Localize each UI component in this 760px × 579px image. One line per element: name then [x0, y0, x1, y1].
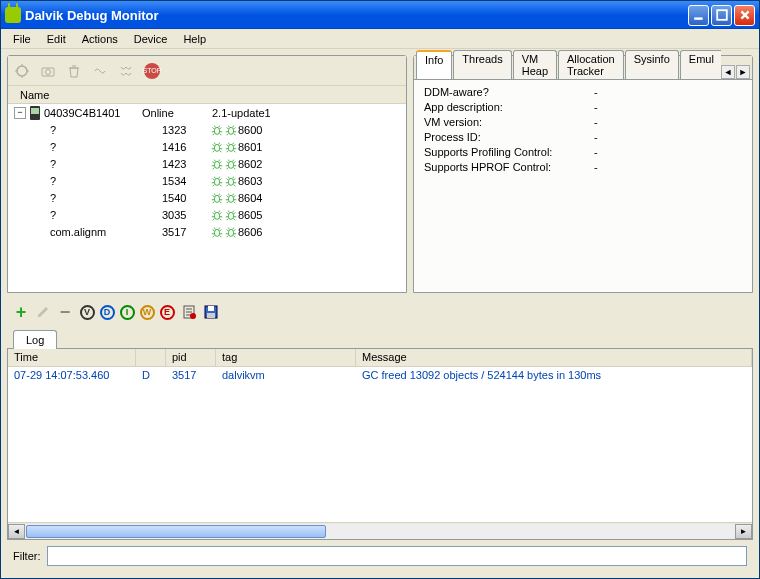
proc-port: 8601: [238, 141, 288, 153]
info-val: -: [594, 146, 598, 161]
filter-row: Filter:: [7, 540, 753, 572]
camera-icon[interactable]: [40, 63, 56, 79]
debug-icon[interactable]: [14, 63, 30, 79]
minimize-button[interactable]: [688, 5, 709, 26]
scroll-left-icon[interactable]: ◄: [8, 524, 25, 539]
app-icon: [5, 7, 21, 23]
log-panel: Time pid tag Message 07-29 14:07:53.460D…: [7, 348, 753, 540]
proc-port: 8604: [238, 192, 288, 204]
heap-icon[interactable]: [118, 63, 134, 79]
process-row[interactable]: ?14168601: [8, 138, 406, 155]
menu-edit[interactable]: Edit: [39, 31, 74, 47]
proc-pid: 3035: [162, 209, 210, 221]
process-row[interactable]: ?15408604: [8, 189, 406, 206]
tab-scroll-right-icon[interactable]: ►: [736, 65, 750, 79]
tab-vm-heap[interactable]: VM Heap: [513, 50, 557, 79]
svg-point-14: [228, 195, 233, 202]
remove-filter-icon[interactable]: −: [57, 304, 73, 320]
svg-point-17: [214, 229, 219, 236]
menu-help[interactable]: Help: [175, 31, 214, 47]
titlebar[interactable]: Dalvik Debug Monitor: [1, 1, 759, 29]
level-d-icon[interactable]: D: [99, 304, 115, 320]
col-message[interactable]: Message: [356, 349, 752, 366]
proc-port: 8606: [238, 226, 288, 238]
info-panel: InfoThreadsVM HeapAllocation TrackerSysi…: [413, 55, 753, 293]
svg-rect-22: [208, 306, 214, 311]
menu-actions[interactable]: Actions: [74, 31, 126, 47]
bug-icon: [210, 123, 224, 137]
bug-icon: [224, 191, 238, 205]
log-pid: 3517: [166, 369, 216, 381]
process-row[interactable]: ?13238600: [8, 121, 406, 138]
proc-name: ?: [50, 124, 162, 136]
bug-icon: [224, 225, 238, 239]
process-row[interactable]: ?15348603: [8, 172, 406, 189]
info-val: -: [594, 116, 598, 131]
save-log-icon[interactable]: [203, 304, 219, 320]
scroll-track[interactable]: [25, 524, 735, 539]
col-pid[interactable]: pid: [166, 349, 216, 366]
svg-point-5: [214, 127, 219, 134]
log-row[interactable]: 07-29 14:07:53.460D3517dalvikvmGC freed …: [8, 367, 752, 383]
svg-point-11: [214, 178, 219, 185]
close-button[interactable]: [734, 5, 755, 26]
gc-icon[interactable]: [92, 63, 108, 79]
bug-icon: [210, 208, 224, 222]
col-time[interactable]: Time: [8, 349, 136, 366]
svg-point-4: [46, 69, 51, 74]
level-i-icon[interactable]: I: [119, 304, 135, 320]
devices-table: − 04039C4B1401 Online 2.1-update1 ?13238…: [8, 104, 406, 292]
level-v-icon[interactable]: V: [79, 304, 95, 320]
scroll-right-icon[interactable]: ►: [735, 524, 752, 539]
tree-collapse-icon[interactable]: −: [14, 107, 26, 119]
clear-log-icon[interactable]: [181, 304, 197, 320]
log-body[interactable]: 07-29 14:07:53.460D3517dalvikvmGC freed …: [8, 367, 752, 522]
svg-point-2: [17, 66, 27, 76]
menu-file[interactable]: File: [5, 31, 39, 47]
proc-pid: 1323: [162, 124, 210, 136]
process-row[interactable]: ?30358605: [8, 206, 406, 223]
proc-name: ?: [50, 141, 162, 153]
log-tag: dalvikvm: [216, 369, 356, 381]
tab-allocation-tracker[interactable]: Allocation Tracker: [558, 50, 624, 79]
proc-port: 8603: [238, 175, 288, 187]
tab-emul[interactable]: Emul: [680, 50, 721, 79]
info-key: Supports Profiling Control:: [424, 146, 594, 161]
name-column[interactable]: Name: [14, 87, 55, 103]
tab-sysinfo[interactable]: Sysinfo: [625, 50, 679, 79]
col-tag[interactable]: tag: [216, 349, 356, 366]
tab-threads[interactable]: Threads: [453, 50, 511, 79]
proc-name: ?: [50, 175, 162, 187]
bug-icon: [210, 174, 224, 188]
info-val: -: [594, 161, 598, 176]
devices-toolbar: STOP: [8, 56, 406, 86]
device-row[interactable]: − 04039C4B1401 Online 2.1-update1: [8, 104, 406, 121]
log-toolbar: + − VDIWE: [7, 299, 753, 325]
process-row[interactable]: com.alignm35178606: [8, 223, 406, 240]
maximize-button[interactable]: [711, 5, 732, 26]
stop-icon[interactable]: STOP: [144, 63, 160, 79]
filter-input[interactable]: [47, 546, 748, 566]
edit-filter-icon[interactable]: [35, 304, 51, 320]
log-tab[interactable]: Log: [13, 330, 57, 349]
trash-icon[interactable]: [66, 63, 82, 79]
bug-icon: [224, 157, 238, 171]
add-filter-icon[interactable]: +: [13, 304, 29, 320]
bug-icon: [224, 123, 238, 137]
scroll-thumb[interactable]: [26, 525, 326, 538]
level-e-icon[interactable]: E: [159, 304, 175, 320]
tab-scroll-left-icon[interactable]: ◄: [721, 65, 735, 79]
menu-device[interactable]: Device: [126, 31, 176, 47]
svg-point-7: [214, 144, 219, 151]
tab-info[interactable]: Info: [416, 50, 452, 79]
process-row[interactable]: ?14238602: [8, 155, 406, 172]
horizontal-scrollbar[interactable]: ◄ ►: [8, 522, 752, 539]
proc-name: ?: [50, 209, 162, 221]
info-key: VM version:: [424, 116, 594, 131]
svg-rect-1: [717, 10, 727, 20]
col-level[interactable]: [136, 349, 166, 366]
bug-icon: [224, 140, 238, 154]
info-key: Process ID:: [424, 131, 594, 146]
phone-icon: [30, 106, 40, 120]
level-w-icon[interactable]: W: [139, 304, 155, 320]
